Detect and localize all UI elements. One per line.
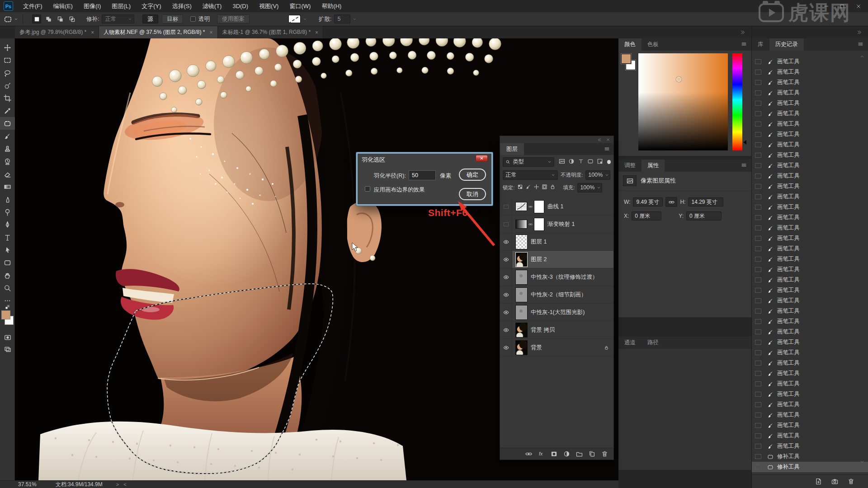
history-state-32[interactable]: 画笔工具 <box>752 389 868 399</box>
status-arrow-icon[interactable]: > <box>116 482 119 487</box>
layer-row-4[interactable]: 中性灰-3（纹理修饰过渡） <box>500 268 613 286</box>
history-source-well[interactable] <box>755 402 761 407</box>
history-state-38[interactable]: 修补工具 <box>752 451 868 462</box>
pen-tool[interactable] <box>0 218 15 231</box>
tab-close-icon[interactable]: × <box>315 29 318 36</box>
history-state-6[interactable]: 画笔工具 <box>752 119 868 129</box>
move-tool[interactable] <box>0 41 15 54</box>
patch-tool[interactable] <box>0 117 15 130</box>
filter-smart-objects-icon[interactable] <box>597 158 603 166</box>
history-source-well[interactable] <box>755 111 761 116</box>
layer-thumbnail[interactable] <box>515 252 528 267</box>
shape-tool[interactable] <box>0 256 15 269</box>
opacity-select[interactable]: 100% <box>585 170 610 180</box>
history-source-well[interactable] <box>755 319 761 324</box>
intersect-selection-icon[interactable] <box>67 14 76 23</box>
width-input[interactable]: 9.49 英寸 <box>633 197 663 206</box>
history-source-well[interactable] <box>755 413 761 418</box>
menu-item-1[interactable]: 编辑(E) <box>48 0 78 12</box>
brush-tool[interactable] <box>0 130 15 142</box>
history-state-25[interactable]: 画笔工具 <box>752 316 868 327</box>
document-tab-0[interactable]: 参考.jpg @ 79.8%(RGB/8) *× <box>15 26 99 38</box>
history-source-well[interactable] <box>755 392 761 397</box>
history-state-24[interactable]: 画笔工具 <box>752 306 868 316</box>
feather-radius-input[interactable]: 50 <box>409 170 436 180</box>
hand-tool[interactable] <box>0 269 15 282</box>
tab-close-icon[interactable]: × <box>209 29 212 36</box>
tab-paths[interactable]: 路径 <box>642 337 665 349</box>
height-input[interactable]: 14.29 英寸 <box>688 197 723 206</box>
lock-all-icon[interactable] <box>550 184 556 191</box>
history-state-28[interactable]: 画笔工具 <box>752 347 868 358</box>
filter-adjustment-layers-icon[interactable] <box>568 158 575 166</box>
history-source-well[interactable] <box>755 465 761 469</box>
history-brush-tool[interactable] <box>0 155 15 168</box>
history-source-well[interactable] <box>755 277 761 282</box>
layer-row-3[interactable]: 图层 2 <box>500 251 613 268</box>
history-source-well[interactable] <box>755 381 761 386</box>
close-panel-icon[interactable] <box>606 138 610 141</box>
history-source-well[interactable] <box>755 194 761 199</box>
history-state-8[interactable]: 画笔工具 <box>752 140 868 150</box>
tab-close-icon[interactable]: × <box>91 29 94 36</box>
history-state-23[interactable]: 画笔工具 <box>752 296 868 306</box>
history-state-16[interactable]: 画笔工具 <box>752 223 868 233</box>
history-source-well[interactable] <box>755 433 761 438</box>
lock-artboard-icon[interactable] <box>542 184 547 191</box>
menu-item-0[interactable]: 文件(F) <box>18 0 48 12</box>
layer-visibility-toggle[interactable] <box>500 251 512 268</box>
history-source-well[interactable] <box>755 70 761 75</box>
layer-thumbnail[interactable] <box>515 305 528 320</box>
document-tab-1[interactable]: 人物素材.NEF @ 37.5% (图层 2, RGB/8) *× <box>99 26 217 38</box>
chevron-down-icon[interactable] <box>303 17 307 21</box>
history-state-1[interactable]: 画笔工具 <box>752 67 868 77</box>
add-to-selection-icon[interactable] <box>44 14 53 23</box>
type-tool[interactable] <box>0 231 15 244</box>
menu-item-10[interactable]: 帮助(H) <box>316 0 347 12</box>
foreground-color-swatch[interactable] <box>621 54 631 64</box>
history-source-well[interactable] <box>755 267 761 272</box>
layer-visibility-toggle[interactable] <box>500 286 512 303</box>
history-source-well[interactable] <box>755 101 761 106</box>
menu-item-9[interactable]: 窗口(W) <box>284 0 316 12</box>
layer-filter-select[interactable]: 类型 <box>503 157 554 167</box>
history-source-well[interactable] <box>755 205 761 210</box>
layer-thumbnail[interactable] <box>515 340 528 355</box>
history-source-well[interactable] <box>755 444 761 449</box>
diffusion-input[interactable]: 5 <box>334 14 350 23</box>
history-source-well[interactable] <box>755 184 761 189</box>
hue-slider[interactable] <box>732 53 742 150</box>
layer-row-0[interactable]: 曲线 1 <box>500 198 613 216</box>
layer-visibility-toggle[interactable] <box>500 339 512 356</box>
layer-thumbnail[interactable] <box>515 270 528 285</box>
history-source-well[interactable] <box>755 298 761 303</box>
quick-mask-button[interactable] <box>0 331 15 344</box>
link-layers-icon[interactable] <box>525 450 532 457</box>
layer-row-7[interactable]: 背景 拷贝 <box>500 321 613 339</box>
layer-row-5[interactable]: 中性灰-2（细节刻画） <box>500 286 613 304</box>
new-group-icon[interactable] <box>576 450 583 457</box>
layer-visibility-toggle[interactable] <box>500 268 512 286</box>
history-source-well[interactable] <box>755 246 761 251</box>
history-state-10[interactable]: 画笔工具 <box>752 160 868 171</box>
history-source-well[interactable] <box>755 90 761 95</box>
menu-item-3[interactable]: 图层(L) <box>106 0 136 12</box>
history-state-29[interactable]: 画笔工具 <box>752 358 868 368</box>
history-source-well[interactable] <box>755 142 761 147</box>
tab-libraries[interactable]: 库 <box>752 38 769 51</box>
history-source-well[interactable] <box>755 163 761 168</box>
history-source-well[interactable] <box>755 454 761 459</box>
quick-selection-tool[interactable] <box>0 79 15 92</box>
menu-item-4[interactable]: 文字(Y) <box>136 0 166 12</box>
foreground-color-swatch[interactable] <box>1 310 10 319</box>
tab-history[interactable]: 历史记录 <box>769 38 804 51</box>
photoshop-logo-icon[interactable]: Ps <box>4 1 13 11</box>
history-source-well[interactable] <box>755 340 761 345</box>
color-field[interactable] <box>638 53 728 150</box>
layer-row-2[interactable]: 图层 1 <box>500 233 613 251</box>
delete-state-icon[interactable] <box>848 478 854 485</box>
layer-mask-thumbnail[interactable] <box>534 218 544 231</box>
lock-transparent-pixels-icon[interactable] <box>517 184 523 191</box>
layer-thumbnail[interactable] <box>515 235 528 249</box>
screen-mode-button[interactable] <box>0 343 15 356</box>
